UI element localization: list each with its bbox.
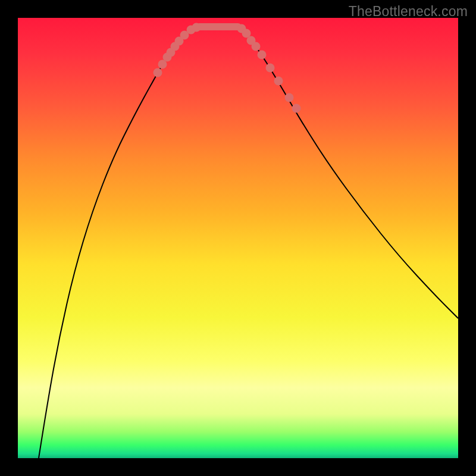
chart-frame: TheBottleneck.com [0, 0, 476, 476]
plot-area [18, 18, 458, 458]
watermark-text: TheBottleneck.com [349, 4, 468, 20]
